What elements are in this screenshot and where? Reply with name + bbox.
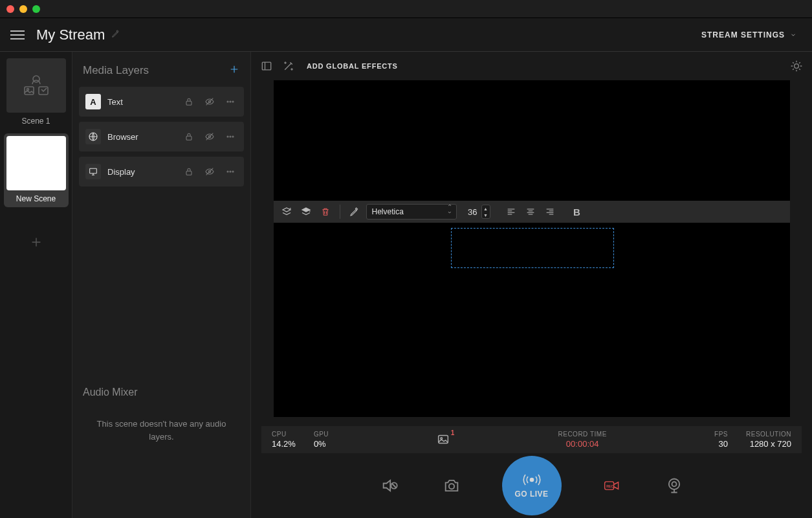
- cpu-stat: CPU 14.2%: [272, 431, 296, 449]
- svg-text:REC: REC: [606, 484, 613, 488]
- webcam-button[interactable]: [663, 474, 686, 497]
- close-window-icon[interactable]: [6, 5, 14, 13]
- screenshot-button[interactable]: [440, 474, 463, 497]
- svg-rect-4: [186, 101, 192, 105]
- font-family-value: Helvetica: [372, 207, 404, 216]
- svg-point-14: [232, 136, 234, 137]
- bring-forward-icon[interactable]: [279, 204, 294, 220]
- add-scene-button[interactable]: [6, 215, 66, 269]
- stream-title: My Stream: [36, 27, 105, 43]
- layer-item-text[interactable]: A Text: [79, 87, 244, 117]
- add-layer-button[interactable]: [228, 62, 240, 79]
- stream-settings-label: STREAM SETTINGS: [701, 30, 785, 39]
- cpu-value: 14.2%: [272, 439, 296, 449]
- scene-label: New Scene: [16, 194, 56, 203]
- svg-point-13: [230, 136, 231, 137]
- lock-icon[interactable]: [182, 95, 196, 109]
- go-live-button[interactable]: GO LIVE: [502, 456, 562, 515]
- separator: [340, 205, 340, 219]
- svg-point-6: [227, 101, 228, 102]
- font-family-select[interactable]: Helvetica: [366, 204, 457, 220]
- svg-point-22: [795, 64, 799, 69]
- chevron-down-icon: [790, 32, 796, 38]
- fps-value: 30: [719, 439, 728, 449]
- align-right-icon[interactable]: [542, 204, 558, 220]
- layers-panel: Media Layers A Text Browser: [72, 52, 251, 518]
- svg-point-19: [230, 171, 231, 172]
- preview-panel: ADD GLOBAL EFFECTS Helvetica 36 ▲▼: [251, 52, 812, 518]
- text-format-toolbar: Helvetica 36 ▲▼ B: [274, 201, 790, 223]
- visibility-off-icon[interactable]: [203, 95, 217, 109]
- text-layer-icon: A: [85, 94, 101, 109]
- layers-list: A Text Browser Display: [72, 87, 250, 186]
- fps-label: FPS: [714, 431, 728, 438]
- align-center-icon[interactable]: [523, 204, 538, 220]
- display-layer-icon: [85, 164, 101, 179]
- layer-name: Display: [107, 167, 175, 177]
- align-left-icon[interactable]: [503, 204, 519, 220]
- svg-rect-16: [186, 171, 192, 175]
- lock-icon[interactable]: [182, 130, 196, 144]
- resolution-label: RESOLUTION: [746, 431, 791, 438]
- panel-layout-icon[interactable]: [260, 60, 273, 73]
- magic-wand-icon[interactable]: [282, 60, 295, 73]
- more-icon[interactable]: [223, 164, 237, 179]
- gpu-value: 0%: [314, 439, 329, 449]
- svg-rect-21: [262, 62, 270, 70]
- layer-item-browser[interactable]: Browser: [79, 122, 244, 152]
- scene-card[interactable]: Scene 1: [6, 58, 66, 126]
- font-size-value: 36: [461, 207, 477, 217]
- fullscreen-window-icon[interactable]: [32, 5, 40, 13]
- more-icon[interactable]: [223, 130, 237, 144]
- svg-point-31: [672, 482, 676, 486]
- svg-point-12: [227, 136, 228, 137]
- record-button[interactable]: REC: [600, 474, 624, 497]
- preview-canvas[interactable]: Helvetica 36 ▲▼ B: [274, 80, 790, 417]
- svg-point-18: [227, 171, 228, 172]
- svg-point-27: [530, 479, 533, 482]
- text-layer-selection[interactable]: [451, 228, 614, 268]
- brightness-icon[interactable]: [790, 60, 803, 73]
- lock-icon[interactable]: [182, 164, 196, 179]
- layer-name: Browser: [107, 132, 175, 142]
- menu-button[interactable]: [10, 28, 25, 42]
- svg-rect-1: [25, 87, 34, 95]
- layers-title: Media Layers: [83, 64, 149, 77]
- visibility-off-icon[interactable]: [203, 164, 217, 179]
- layer-item-display[interactable]: Display: [79, 157, 244, 186]
- browser-layer-icon: [85, 129, 101, 144]
- mute-button[interactable]: [378, 474, 401, 497]
- window-titlebar: [0, 0, 812, 18]
- resolution-stat: RESOLUTION 1280 x 720: [746, 431, 791, 449]
- snapshot-icon[interactable]: 1: [436, 432, 450, 447]
- svg-rect-10: [186, 136, 192, 140]
- gpu-label: GPU: [314, 431, 329, 438]
- svg-point-8: [232, 101, 234, 102]
- font-size-stepper[interactable]: ▲▼: [481, 205, 490, 219]
- fps-stat: FPS 30: [714, 431, 728, 449]
- edit-icon[interactable]: [347, 204, 362, 220]
- stats-bar: CPU 14.2% GPU 0% 1 RECORD TIME 00:00:04 …: [261, 426, 802, 453]
- send-backward-icon[interactable]: [298, 204, 314, 220]
- bold-button[interactable]: B: [569, 207, 585, 218]
- layers-header: Media Layers: [72, 52, 250, 87]
- svg-rect-15: [90, 168, 97, 173]
- scene-label: Scene 1: [21, 117, 50, 126]
- delete-icon[interactable]: [318, 204, 333, 220]
- scenes-panel: Scene 1 New Scene: [0, 52, 72, 518]
- stream-settings-button[interactable]: STREAM SETTINGS: [696, 28, 802, 42]
- svg-point-26: [448, 484, 454, 489]
- visibility-off-icon[interactable]: [203, 130, 217, 144]
- svg-point-30: [668, 479, 679, 490]
- minimize-window-icon[interactable]: [19, 5, 27, 13]
- audio-mixer-empty-message: This scene doesn't have any audio layers…: [83, 418, 240, 443]
- more-icon[interactable]: [223, 95, 237, 109]
- record-time-stat: RECORD TIME 00:00:04: [558, 431, 606, 449]
- svg-point-20: [232, 171, 234, 172]
- snapshot-badge: 1: [451, 429, 455, 436]
- add-global-effects-button[interactable]: ADD GLOBAL EFFECTS: [307, 62, 398, 70]
- scene-card[interactable]: New Scene: [4, 133, 69, 207]
- edit-title-icon[interactable]: [111, 29, 120, 40]
- preview-wrap: Helvetica 36 ▲▼ B: [251, 80, 812, 426]
- svg-point-7: [230, 101, 231, 102]
